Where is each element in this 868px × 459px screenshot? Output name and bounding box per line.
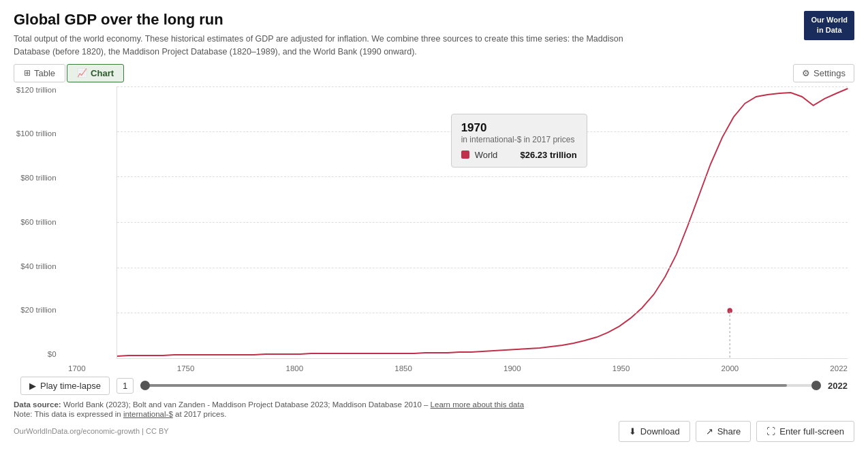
chart-icon: 📈 <box>77 68 87 78</box>
x-axis: 1700 1750 1800 1850 1900 1950 2000 2022 <box>68 362 848 373</box>
data-source-section: Data source: World Bank (2023); Bolt and… <box>14 400 854 418</box>
title-section: Global GDP over the long run Total outpu… <box>14 11 804 59</box>
share-button[interactable]: ↗ Share <box>696 421 751 442</box>
chart-area: 1970 in international-$ in 2017 prices W… <box>117 86 848 359</box>
y-label-20: $20 trillion <box>20 306 56 315</box>
tooltip: 1970 in international-$ in 2017 prices W… <box>451 114 587 168</box>
x-label-1800: 1800 <box>286 364 304 373</box>
x-label-1850: 1850 <box>394 364 412 373</box>
chart-wrapper: $120 trillion $100 trillion $80 trillion… <box>14 86 854 359</box>
international-dollar-link[interactable]: international-$ <box>123 410 173 418</box>
year-end-label: 2022 <box>828 381 848 391</box>
owid-logo: Our World in Data <box>804 11 854 40</box>
tooltip-row: World $26.23 trillion <box>461 150 577 160</box>
learn-more-link[interactable]: Learn more about this data <box>431 400 524 409</box>
page-container: Global GDP over the long run Total outpu… <box>0 0 868 459</box>
y-label-0: $0 <box>48 351 57 359</box>
download-icon: ⬇ <box>629 426 636 437</box>
share-icon: ↗ <box>706 426 713 437</box>
gear-icon: ⚙ <box>802 68 810 78</box>
slider-fill <box>140 384 787 387</box>
grid-line-0 <box>117 358 848 359</box>
play-button[interactable]: ▶ Play time-lapse <box>20 377 110 395</box>
data-source-text: Data source: World Bank (2023); Bolt and… <box>14 400 854 409</box>
y-label-80: $80 trillion <box>20 174 56 183</box>
settings-button[interactable]: ⚙ Settings <box>793 64 854 82</box>
year-start-badge: 1 <box>117 378 134 394</box>
tooltip-value: $26.23 trillion <box>521 150 577 160</box>
tabs-settings-bar: ⊞ Table 📈 Chart ⚙ Settings <box>14 64 854 82</box>
bottom-bar: OurWorldInData.org/economic-growth | CC … <box>14 421 854 442</box>
tabs-group: ⊞ Table 📈 Chart <box>14 64 124 82</box>
x-label-1750: 1750 <box>177 364 195 373</box>
tab-chart[interactable]: 📈 Chart <box>67 64 124 82</box>
tooltip-year: 1970 <box>461 121 577 135</box>
y-label-100: $100 trillion <box>16 130 57 138</box>
tooltip-color-dot <box>461 151 469 159</box>
slider-handle-left[interactable] <box>140 381 150 390</box>
footer-url: OurWorldInData.org/economic-growth | CC … <box>14 427 169 435</box>
slider-handle-right[interactable] <box>811 381 821 390</box>
page-subtitle: Total output of the world economy. These… <box>14 33 627 59</box>
play-icon: ▶ <box>29 381 36 391</box>
table-icon: ⊞ <box>24 68 31 78</box>
timeline-slider[interactable] <box>140 384 821 387</box>
note-text: Note: This data is expressed in internat… <box>14 410 854 418</box>
download-button[interactable]: ⬇ Download <box>619 421 690 442</box>
x-label-1700: 1700 <box>68 364 86 373</box>
x-label-1900: 1900 <box>503 364 521 373</box>
y-label-60: $60 trillion <box>20 219 56 227</box>
tooltip-unit: in international-$ in 2017 prices <box>461 135 577 144</box>
page-title: Global GDP over the long run <box>14 11 804 29</box>
timeline-section: ▶ Play time-lapse 1 2022 <box>14 377 854 395</box>
x-label-1950: 1950 <box>613 364 630 373</box>
x-label-2000: 2000 <box>722 364 739 373</box>
tooltip-country: World <box>475 150 498 160</box>
x-label-2022: 2022 <box>830 364 848 373</box>
action-buttons: ⬇ Download ↗ Share ⛶ Enter full-screen <box>619 421 854 442</box>
y-label-40: $40 trillion <box>20 263 56 271</box>
y-label-120: $120 trillion <box>16 86 57 95</box>
header: Global GDP over the long run Total outpu… <box>14 11 854 59</box>
tab-table[interactable]: ⊞ Table <box>14 64 65 82</box>
fullscreen-icon: ⛶ <box>766 426 775 437</box>
y-axis: $120 trillion $100 trillion $80 trillion… <box>14 86 62 359</box>
fullscreen-button[interactable]: ⛶ Enter full-screen <box>756 421 854 442</box>
